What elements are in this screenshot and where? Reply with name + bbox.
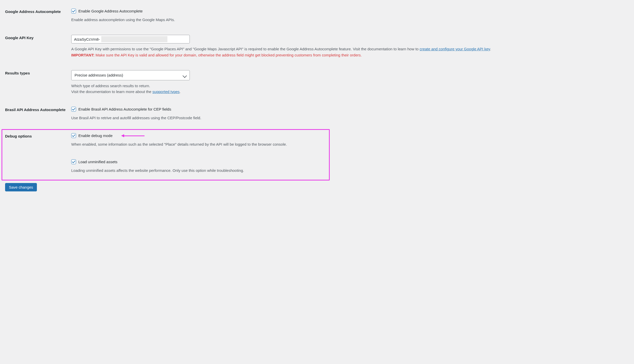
brasil-api-checkbox-label[interactable]: Enable Brasil API Address Autocomplete f… bbox=[71, 107, 171, 112]
google-autocomplete-checkbox-label[interactable]: Enable Google Address Autocomplete bbox=[71, 9, 143, 13]
google-api-key-important: IMPORTANT: Make sure the API Key is vali… bbox=[71, 53, 362, 57]
field-label-debug-options: Debug options bbox=[5, 132, 71, 158]
google-api-key-doc-link[interactable]: create and configure your Google API key bbox=[420, 47, 490, 51]
field-label-empty bbox=[5, 158, 71, 178]
brasil-api-checkbox-text: Enable Brasil API Address Autocomplete f… bbox=[78, 107, 171, 111]
unminified-checkbox-text: Load unminified assets bbox=[78, 160, 117, 164]
google-autocomplete-description: Enable address autocompletion using the … bbox=[71, 17, 626, 23]
field-label-google-api-key: Google API Key bbox=[5, 33, 71, 69]
unminified-description: Loading unminified assets affects the we… bbox=[71, 168, 626, 173]
settings-form-container: Google Address Autocomplete Enable Googl… bbox=[5, 7, 629, 191]
unminified-checkbox[interactable] bbox=[71, 159, 76, 164]
debug-mode-description: When enabled, some information such as t… bbox=[71, 141, 626, 147]
google-api-key-description: A Google API Key with permissions to use… bbox=[71, 46, 626, 58]
results-types-description: Which type of address search results to … bbox=[71, 83, 626, 95]
field-label-google-autocomplete: Google Address Autocomplete bbox=[5, 7, 71, 33]
save-changes-button[interactable]: Save changes bbox=[5, 183, 37, 191]
field-label-brasil-api: Brasil API Address Autocomplete bbox=[5, 105, 71, 131]
debug-mode-checkbox[interactable] bbox=[71, 133, 76, 138]
field-label-results-types: Results types bbox=[5, 69, 71, 105]
results-types-select[interactable]: Precise addresses (address) bbox=[71, 70, 190, 80]
unminified-checkbox-label[interactable]: Load unminified assets bbox=[71, 159, 117, 164]
google-autocomplete-checkbox-text: Enable Google Address Autocomplete bbox=[78, 9, 143, 13]
brasil-api-description: Use Brasil API to retrive and autofill a… bbox=[71, 115, 626, 121]
brasil-api-checkbox[interactable] bbox=[71, 107, 76, 112]
google-autocomplete-checkbox[interactable] bbox=[71, 9, 76, 13]
debug-mode-checkbox-label[interactable]: Enable debug mode bbox=[71, 133, 112, 138]
debug-mode-checkbox-text: Enable debug mode bbox=[78, 133, 112, 138]
google-api-key-input[interactable] bbox=[71, 35, 190, 43]
settings-table: Google Address Autocomplete Enable Googl… bbox=[5, 7, 629, 178]
results-types-doc-link[interactable]: supported types bbox=[152, 89, 180, 94]
